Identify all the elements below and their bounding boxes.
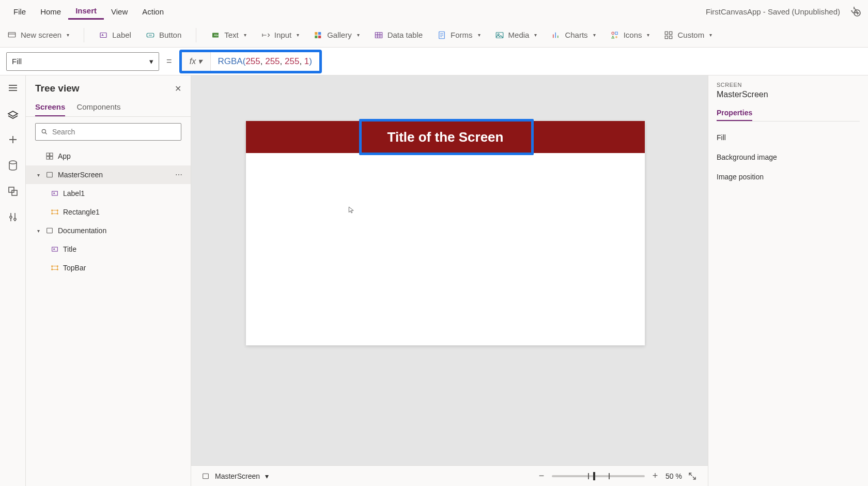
zoom-slider[interactable] [552,475,645,477]
custom-button[interactable]: Custom▾ [664,31,712,40]
search-icon [41,128,48,135]
hamburger-icon[interactable] [7,82,19,94]
screen-icon [202,472,210,480]
new-screen-button[interactable]: New screen ▾ [7,31,69,40]
fit-to-screen-icon[interactable] [687,471,698,481]
icons-button[interactable]: Icons▾ [610,31,650,40]
tree-list: App ▾ MasterScreen ⋯ Label1 Rectangle1 ▾… [26,147,191,486]
svg-rect-29 [50,157,53,159]
search-field[interactable] [52,128,176,136]
text-button[interactable]: Abc Text▾ [211,31,246,40]
ribbon-separator [196,28,196,42]
data-icon[interactable] [7,159,19,172]
property-selector[interactable]: Fill ▾ [6,52,159,71]
caret-down-icon[interactable]: ▾ [35,172,41,178]
status-screen-name[interactable]: MasterScreen [215,472,260,480]
zoom-thumb[interactable] [593,472,595,480]
svg-rect-37 [47,228,53,233]
app-checker-icon[interactable] [849,5,862,18]
zoom-in-button[interactable]: + [650,471,660,481]
zoom-out-button[interactable]: − [536,471,547,481]
menu-home[interactable]: Home [33,4,68,19]
advanced-tools-icon[interactable] [7,211,19,223]
svg-point-42 [52,269,53,270]
media-pane-icon[interactable] [7,185,19,198]
properties-object-name: MasterScreen [717,90,860,99]
new-screen-label: New screen [21,31,61,39]
svg-point-20 [9,161,17,164]
menu-view[interactable]: View [104,4,135,19]
button-button[interactable]: Button [146,31,181,40]
menu-insert[interactable]: Insert [68,3,104,20]
document-title: FirstCanvasApp - Saved (Unpublished) [706,7,844,16]
tree-node-app[interactable]: App [26,147,191,165]
screen-icon [45,226,54,235]
tab-properties[interactable]: Properties [717,105,752,121]
tree-node-label1[interactable]: Label1 [26,184,191,203]
tree-node-documentation[interactable]: ▾ Documentation [26,221,191,240]
menubar: File Home Insert View Action FirstCanvas… [0,0,868,23]
search-input[interactable] [35,123,181,141]
menu-file[interactable]: File [6,4,33,19]
tab-screens[interactable]: Screens [35,98,65,116]
label-icon [51,245,59,253]
screen-icon [45,171,54,179]
menu-action[interactable]: Action [135,4,171,19]
svg-rect-15 [615,32,617,35]
close-icon[interactable]: ✕ [175,84,181,94]
svg-rect-17 [670,32,672,34]
media-button[interactable]: Media▾ [495,31,537,40]
rectangle-icon [51,264,59,272]
svg-rect-7 [318,32,321,35]
tree-node-topbar[interactable]: TopBar [26,259,191,277]
label-icon [51,189,59,198]
caret-down-icon[interactable]: ▾ [35,228,41,234]
svg-rect-1 [8,32,16,37]
svg-rect-39 [52,266,58,270]
formula-highlight: fx ▾ RGBA(255, 255, 255, 1) [179,50,322,73]
more-options-icon[interactable]: ⋯ [175,171,183,179]
svg-point-23 [10,216,12,218]
svg-rect-8 [315,35,317,38]
chevron-down-icon: ▾ [67,32,69,38]
tree-node-rectangle1[interactable]: Rectangle1 [26,203,191,221]
svg-rect-32 [52,210,58,214]
tree-view-icon[interactable] [7,108,19,120]
svg-rect-38 [52,247,58,251]
property-fill[interactable]: Fill [717,128,860,147]
tree-view-title: Tree view [35,83,80,94]
data-table-button[interactable]: Data table [374,31,423,40]
svg-point-35 [52,213,53,214]
svg-point-33 [52,210,53,211]
svg-rect-27 [50,153,53,156]
charts-button[interactable]: Charts▾ [551,31,595,40]
property-background-image[interactable]: Background image [717,147,860,167]
svg-rect-44 [203,474,209,478]
svg-rect-30 [47,172,53,177]
svg-rect-6 [315,32,317,35]
insert-pane-icon[interactable] [7,133,19,146]
chevron-down-icon[interactable]: ▾ [265,472,269,480]
gallery-button[interactable]: Gallery▾ [314,31,360,40]
svg-rect-31 [52,191,58,195]
svg-rect-2 [100,33,106,37]
left-rail [0,75,26,486]
tree-node-masterscreen[interactable]: ▾ MasterScreen ⋯ [26,165,191,184]
label-button[interactable]: Label [99,31,131,40]
formula-input[interactable]: RGBA(255, 255, 255, 1) [211,56,319,67]
fx-button[interactable]: fx ▾ [182,52,211,71]
canvas-area[interactable]: Title of the Screen MasterScreen ▾ − + 5… [191,75,708,486]
properties-kicker: SCREEN [717,82,860,88]
forms-button[interactable]: Forms▾ [437,31,481,40]
property-image-position[interactable]: Image position [717,167,860,187]
canvas-title-label[interactable]: Title of the Screen [361,121,530,153]
input-button[interactable]: Input▾ [261,31,299,40]
canvas-screen[interactable]: Title of the Screen [246,121,645,345]
tree-node-title[interactable]: Title [26,240,191,259]
ribbon-separator [84,28,84,42]
svg-rect-16 [665,32,668,34]
svg-rect-28 [47,157,49,159]
equals-sign: = [164,56,174,67]
tab-components[interactable]: Components [76,98,120,116]
svg-rect-22 [12,190,17,195]
